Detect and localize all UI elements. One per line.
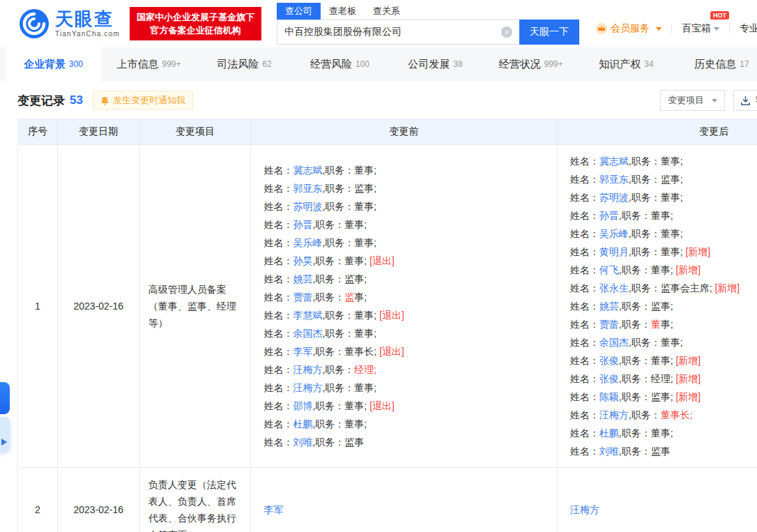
chevron-down-icon	[656, 27, 662, 31]
person-link[interactable]: 姚芸	[599, 301, 619, 312]
person-link[interactable]: 余国杰	[293, 328, 322, 339]
hot-badge: HOT	[710, 11, 729, 20]
tab-judicial-risk[interactable]: 司法风险62	[197, 47, 292, 81]
person-link[interactable]: 孙晋	[293, 219, 312, 230]
bell-icon	[100, 96, 109, 105]
change-entry: 姓名：李慧斌,职务：董事; [退出]	[263, 306, 404, 324]
change-tag: [新增]	[673, 355, 701, 366]
person-link[interactable]: 吴乐峰	[599, 228, 629, 239]
tianyancha-logo[interactable]: 天眼查 TianYanCha.com	[20, 9, 120, 38]
person-link[interactable]: 贾蕾	[293, 291, 312, 303]
divider	[729, 24, 730, 33]
search-tab-company[interactable]: 查公司	[277, 3, 321, 20]
export-data-button[interactable]: 导出数据	[733, 90, 757, 111]
change-entry: 姓名：冀志斌,职务：董事;	[263, 161, 376, 179]
pro-version-link[interactable]: 专业版	[740, 22, 757, 35]
toolbox-menu[interactable]: 百宝箱 HOT	[682, 22, 719, 35]
person-link[interactable]: 李军	[263, 501, 283, 519]
tab-count: 34	[644, 59, 653, 69]
floating-sidebar-expand[interactable]	[0, 417, 10, 452]
tab-operation-risk[interactable]: 经营风险100	[292, 47, 388, 81]
tab-count: 999+	[544, 59, 563, 69]
person-link[interactable]: 姚芸	[293, 273, 312, 284]
person-link[interactable]: 黄明月	[599, 246, 629, 257]
person-link[interactable]: 李慧斌	[293, 310, 322, 321]
row-index: 1	[18, 145, 58, 467]
change-entry: 姓名：杜鹏,职务：董事;	[570, 424, 673, 442]
person-link[interactable]: 贾蕾	[599, 319, 619, 330]
person-link[interactable]: 陈颖	[599, 391, 619, 402]
tab-company-background[interactable]: 企业背景300	[6, 47, 101, 81]
search-tab-boss[interactable]: 查老板	[321, 3, 365, 20]
person-link[interactable]: 苏明波	[293, 201, 322, 212]
vip-service-label: 会员服务	[611, 22, 650, 35]
change-entry: 姓名：冀志斌,职务：董事;	[570, 152, 683, 170]
row-index: 2	[18, 468, 58, 532]
tab-count: 999+	[162, 59, 181, 69]
change-entry: 姓名：陈颖,职务：监事; [新增]	[570, 388, 701, 406]
person-link[interactable]: 孙晋	[599, 210, 619, 221]
person-link[interactable]: 冀志斌	[293, 165, 322, 176]
person-link[interactable]: 余国杰	[599, 337, 629, 348]
row-after-cell: 汪梅方	[558, 468, 757, 532]
person-link[interactable]: 汪梅方	[293, 364, 322, 375]
tab-count: 100	[355, 59, 369, 69]
divider	[671, 24, 672, 33]
change-entry: 姓名：张俊,职务：董事; [新增]	[570, 351, 701, 370]
change-entry: 姓名：何飞,职务：董事; [新增]	[570, 261, 701, 279]
person-link[interactable]: 苏明波	[599, 192, 629, 203]
change-entry: 姓名：李军,职务：董事长; [退出]	[263, 342, 404, 360]
person-link[interactable]: 何飞	[599, 264, 619, 275]
person-link[interactable]: 冀志斌	[599, 155, 629, 167]
search-input[interactable]	[277, 20, 519, 45]
person-link[interactable]: 张俊	[599, 373, 619, 384]
person-link[interactable]: 张永生	[599, 282, 629, 294]
change-entry: 姓名：杜鹏,职务：董事;	[263, 415, 367, 433]
person-link[interactable]: 汪梅方	[599, 409, 629, 420]
gov-certification-badge: 国家中小企业发展子基金旗下 官方备案企业征信机构	[130, 7, 261, 40]
page-header: 天眼查 TianYanCha.com 国家中小企业发展子基金旗下 官方备案企业征…	[0, 0, 757, 47]
person-link[interactable]: 汪梅方	[293, 382, 322, 393]
tab-company-development[interactable]: 公司发展38	[388, 47, 483, 81]
tab-listing-info[interactable]: 上市信息999+	[101, 47, 197, 81]
person-link[interactable]: 张俊	[599, 355, 619, 366]
change-entry: 姓名：姚芸,职务：监事;	[263, 270, 367, 288]
change-tag: [退出]	[367, 255, 395, 266]
person-link[interactable]: 李军	[293, 346, 312, 357]
chevron-down-icon	[712, 99, 717, 102]
search-button[interactable]: 天眼一下	[519, 20, 579, 45]
person-link[interactable]: 刘唯	[293, 436, 312, 448]
person-link[interactable]: 杜鹏	[293, 418, 312, 430]
change-entry: 姓名：姚芸,职务：监事;	[570, 297, 673, 315]
vip-service-menu[interactable]: 会员服务	[596, 22, 662, 35]
person-link[interactable]: 刘唯	[599, 446, 619, 457]
change-item-filter-dropdown[interactable]: 变更项目	[660, 90, 725, 111]
person-link[interactable]: 孙昊	[293, 255, 312, 266]
person-link[interactable]: 吴乐峰	[293, 237, 322, 248]
search-area: 查公司 查老板 查关系 × 天眼一下	[277, 3, 579, 45]
tianyancha-logo-icon	[20, 9, 49, 38]
change-entry: 姓名：汪梅方,职务：董事长;	[570, 406, 693, 424]
person-link[interactable]: 邵博	[293, 400, 312, 411]
change-entry: 姓名：刘唯,职务：监事	[570, 442, 671, 460]
tab-history-info[interactable]: 历史信息17	[674, 47, 757, 81]
change-entry: 姓名：邵博,职务：董事; [退出]	[263, 397, 394, 415]
change-entry: 姓名：黄明月,职务：董事; [新增]	[570, 243, 710, 261]
notify-on-change-button[interactable]: 发生变更时通知我	[93, 91, 193, 110]
search-tab-relation[interactable]: 查关系	[365, 3, 408, 20]
table-row: 1 2023-02-16 高级管理人员备案（董事、监事、经理等） 姓名：冀志斌,…	[18, 144, 757, 467]
row-date: 2023-02-16	[58, 468, 140, 532]
row-date: 2023-02-16	[58, 145, 140, 467]
floating-sidebar-widget[interactable]	[0, 382, 10, 414]
person-link[interactable]: 郭亚东	[293, 183, 322, 194]
person-link[interactable]: 郭亚东	[599, 174, 629, 185]
play-triangle-icon	[1, 439, 7, 446]
person-link[interactable]: 杜鹏	[599, 427, 619, 439]
person-link[interactable]: 汪梅方	[570, 501, 599, 519]
company-section-tabs: 企业背景300 上市信息999+ 司法风险62 经营风险100 公司发展38 经…	[0, 47, 757, 81]
table-row: 2 2023-02-16 负责人变更（法定代表人、负责人、首席代表、合伙事务执行…	[18, 467, 757, 532]
tab-operation-status[interactable]: 经营状况999+	[483, 47, 579, 81]
clear-search-icon[interactable]: ×	[501, 26, 512, 38]
tab-count: 38	[453, 59, 462, 69]
tab-intellectual-property[interactable]: 知识产权34	[579, 47, 674, 81]
